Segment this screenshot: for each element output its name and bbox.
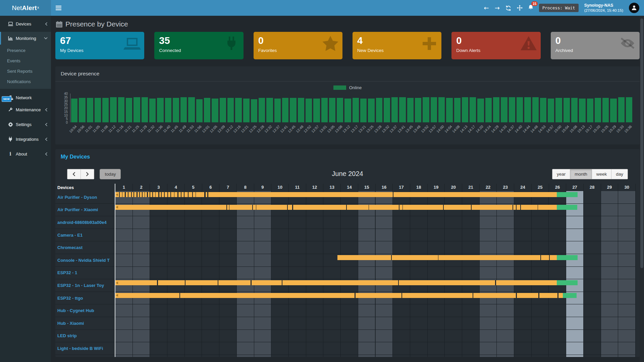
card-favorites[interactable]: 0 Favorites (254, 32, 342, 59)
app-logo[interactable]: NetAlertx (0, 0, 51, 16)
day-header-15: 15 (358, 184, 376, 191)
device-link[interactable]: Hub - Xiaomi (55, 317, 115, 330)
device-link[interactable]: ESP32 - ttgo (55, 292, 115, 305)
view-year-button[interactable]: year (552, 169, 570, 179)
x-tick: 12:25 (250, 123, 258, 142)
presence-bar-online[interactable] (115, 192, 557, 197)
x-tick: 11:12 (109, 123, 117, 142)
x-tick: 13:32 (383, 123, 391, 142)
nav-forward-button[interactable]: → (495, 5, 500, 11)
offline-gap (161, 192, 162, 197)
presence-bar-online[interactable] (337, 255, 557, 260)
x-tick: 11:25 (133, 123, 141, 142)
presence-bar-recent[interactable] (557, 205, 577, 210)
offline-gap (513, 205, 513, 210)
main-content: Presence by Device 67 My Devices 35 Conn… (51, 0, 644, 357)
x-tick: 11:16 (117, 123, 125, 142)
sidebar-item-maintenance[interactable]: Maintenance (0, 104, 51, 116)
x-tick: 11:36 (156, 123, 164, 142)
offline-gap (252, 205, 253, 210)
presence-bar (126, 98, 132, 122)
refresh-icon[interactable] (505, 5, 511, 11)
x-tick: 14:40 (516, 123, 524, 142)
x-tick: 12:48 (297, 123, 305, 142)
sidebar-item-monitoring[interactable]: Monitoring (0, 32, 51, 45)
view-week-button[interactable]: week (592, 169, 612, 179)
stat-cards: 67 My Devices 35 Connected 0 Favorites 4… (55, 32, 640, 59)
presence-bar-online[interactable] (115, 280, 557, 285)
sidebar-item-integrations[interactable]: Integrations (0, 133, 51, 145)
device-link[interactable]: Air Purifier - Xiaomi (55, 204, 115, 217)
x-tick: 14:17 (469, 123, 477, 142)
continues-left-notch (116, 193, 118, 196)
device-link[interactable]: Console - Nvidia Shield T (55, 254, 115, 267)
device-link[interactable]: Chromecast (55, 241, 115, 254)
view-day-button[interactable]: day (611, 169, 628, 179)
sidebar-subitem-sent-reports[interactable]: Sent Reports (0, 66, 51, 76)
card-my-devices[interactable]: 67 My Devices (55, 32, 144, 59)
presence-bar (165, 98, 171, 122)
x-tick: 14:33 (500, 123, 508, 142)
offline-gap (369, 205, 369, 210)
device-link[interactable]: Light - bedside B WiFi (55, 342, 115, 355)
presence-bar-recent[interactable] (557, 280, 578, 285)
presence-bar-online[interactable] (115, 293, 563, 298)
offline-gap (399, 205, 399, 210)
presence-bar (415, 98, 421, 122)
offline-gap (207, 192, 208, 197)
sidebar-item-settings[interactable]: Settings (0, 118, 51, 130)
device-link[interactable]: Camera - E1 (55, 229, 115, 242)
presence-bar (133, 97, 140, 122)
presence-bar (391, 97, 398, 122)
device-link[interactable]: android-68608b93a00e4 (55, 216, 115, 229)
device-link[interactable]: LED strip (55, 330, 115, 343)
y-tick-label: 25 (64, 103, 68, 106)
offline-gap (229, 205, 230, 210)
calendar-icon (56, 21, 62, 27)
presence-bar (142, 97, 148, 122)
card-connected[interactable]: 35 Connected (154, 32, 243, 59)
card-archived[interactable]: 0 Archived (551, 32, 640, 59)
sidebar-subitem-presence[interactable]: Presence (0, 45, 51, 56)
sidebar-item-about[interactable]: i About (0, 148, 51, 160)
device-timeline-row (115, 292, 636, 305)
card-down-alerts[interactable]: 0 Down Alerts (451, 32, 540, 59)
day-header-6: 6 (202, 184, 220, 191)
sidebar-item-devices[interactable]: Devices (0, 18, 51, 30)
my-devices-panel: My Devices today June 2024 yearmonthweek… (55, 149, 640, 357)
offline-gap (402, 205, 403, 210)
sidebar-item-label: Network (16, 95, 32, 100)
move-icon[interactable] (517, 5, 523, 11)
presence-bar-online[interactable] (115, 205, 557, 210)
brand-sup: x (37, 5, 39, 9)
offline-gap (196, 192, 196, 197)
my-devices-title[interactable]: My Devices (55, 149, 640, 160)
host-info[interactable]: Synology-NAS (27/06/2024, 15:40:15) (584, 3, 623, 13)
x-tick: 14:08 (453, 123, 461, 142)
sidebar-subitem-notifications[interactable]: Notifications (0, 76, 51, 87)
scrollbar-thumb[interactable] (640, 18, 643, 268)
presence-bar-recent[interactable] (557, 192, 578, 197)
device-name-column: Air Purifier - DysonAir Purifier - Xiaom… (55, 191, 115, 355)
day-header-29: 29 (601, 184, 619, 191)
presence-bar (532, 97, 539, 122)
sidebar-toggle-button[interactable] (56, 6, 61, 10)
device-link[interactable]: Air Purifier - Dyson (55, 191, 115, 204)
view-month-button[interactable]: month (570, 169, 592, 179)
presence-bar (290, 98, 296, 122)
card-new-devices[interactable]: 4 New Devices (353, 32, 441, 59)
x-tick: 14:57 (547, 123, 555, 142)
avatar[interactable] (629, 3, 639, 13)
device-link[interactable]: ESP32 - 1n - Laser Toy (55, 279, 115, 292)
notifications-bell[interactable]: 15 (528, 4, 533, 11)
presence-bar (384, 98, 390, 122)
offline-gap (520, 205, 521, 210)
presence-bar (157, 98, 163, 122)
device-link[interactable]: Hub - Cygnet Hub (55, 304, 115, 317)
presence-bar-recent[interactable] (557, 255, 578, 260)
sidebar-subitem-events[interactable]: Events (0, 56, 51, 66)
x-tick: 11:49 (179, 123, 187, 142)
presence-bar-recent[interactable] (563, 293, 577, 298)
device-link[interactable]: ESP32 - 1 (55, 267, 115, 280)
nav-back-button[interactable]: ← (484, 5, 489, 11)
